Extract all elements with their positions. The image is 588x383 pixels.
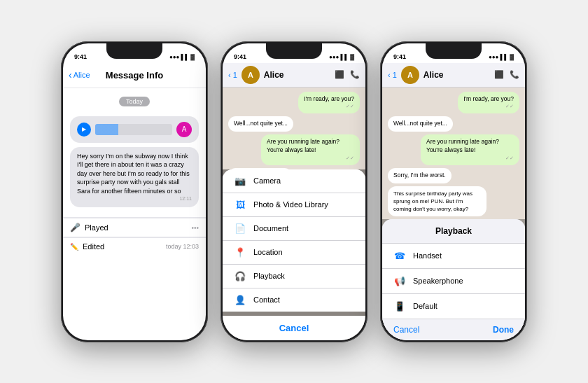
speakerphone-label: Speakerphone bbox=[413, 277, 463, 285]
chat-name-3: Alice bbox=[424, 70, 490, 80]
playback-icon: 🎧 bbox=[234, 271, 246, 281]
camera-icon: 📷 bbox=[234, 176, 246, 186]
document-icon: 📄 bbox=[234, 223, 246, 234]
location-icon: 📍 bbox=[234, 247, 246, 258]
contact-icon: 👤 bbox=[234, 295, 246, 305]
chat-messages-2: I'm ready, are you? ✓✓ Well...not quite … bbox=[223, 88, 365, 340]
msg-3-5: This surprise birthday party was sprung … bbox=[388, 186, 486, 217]
msg-text-3-2: Well...not quite yet... bbox=[393, 120, 447, 128]
action-contact-label: Contact bbox=[253, 295, 280, 304]
msg-time-3-3: ✓✓ bbox=[426, 155, 514, 162]
chat-avatar-3: A bbox=[401, 66, 419, 84]
phone-1: 9:41 ●●● ▌▌ ▓ ‹ Alice Message Info Today bbox=[61, 41, 208, 342]
edited-meta: ✏️ Edited today 12:03 bbox=[63, 237, 206, 255]
back-label-1[interactable]: Alice bbox=[74, 71, 90, 79]
speakerphone-icon: 📢 bbox=[393, 276, 406, 286]
message-text-1: Hey sorry I'm on the subway now I think … bbox=[77, 153, 190, 195]
action-camera[interactable]: 📷 Camera bbox=[223, 169, 365, 193]
today-label: Today bbox=[119, 97, 150, 106]
back-label-3: 1 bbox=[393, 71, 397, 79]
status-time-1: 9:41 bbox=[74, 53, 87, 60]
handset-icon: ☎ bbox=[393, 251, 406, 261]
msg-time-1: 12:11 bbox=[77, 195, 192, 202]
status-icons-1: ●●● ▌▌ ▓ bbox=[169, 54, 195, 60]
action-document[interactable]: 📄 Document bbox=[223, 217, 365, 241]
play-icon: ▶ bbox=[82, 126, 86, 132]
action-cancel-button[interactable]: Cancel bbox=[223, 316, 365, 340]
nav-bar-1: ‹ Alice Message Info bbox=[63, 63, 206, 88]
back-label-2: 1 bbox=[233, 71, 237, 79]
avatar-initial-2: A bbox=[248, 71, 253, 79]
back-button-1[interactable]: ‹ Alice bbox=[69, 69, 90, 81]
action-location-label: Location bbox=[253, 248, 283, 256]
action-contact[interactable]: 👤 Contact bbox=[223, 288, 365, 312]
msg-3-3: Are you running late again? You're alway… bbox=[421, 134, 519, 165]
played-label: Played bbox=[85, 223, 187, 232]
edited-label: Edited bbox=[83, 242, 162, 251]
playback-title: Playback bbox=[382, 219, 525, 244]
msg-time-3-1: ✓✓ bbox=[463, 103, 514, 110]
action-photo-library[interactable]: 🖼 Photo & Video Library bbox=[223, 193, 365, 217]
msg-3-4: Sorry, I'm the worst. bbox=[388, 168, 451, 183]
chat-area-1: Today ▶ A Hey sorry I'm on the subway no… bbox=[63, 88, 206, 218]
voice-message: ▶ A bbox=[70, 116, 199, 143]
call-icon-2[interactable]: 📞 bbox=[350, 70, 360, 79]
avatar-initial-3: A bbox=[407, 71, 413, 79]
mic-icon: 🎤 bbox=[70, 223, 80, 232]
playback-footer: Cancel Done bbox=[382, 319, 525, 340]
msg-2-2: Well...not quite yet... bbox=[228, 116, 293, 132]
status-time-3: 9:41 bbox=[393, 53, 406, 60]
call-icon-3[interactable]: 📞 bbox=[510, 70, 519, 79]
back-button-2[interactable]: ‹ 1 bbox=[228, 71, 237, 79]
action-sheet-inner: 📷 Camera 🖼 Photo & Video Library 📄 Docum… bbox=[223, 169, 365, 312]
msg-text-2-3: Are you running late again? You're alway… bbox=[267, 138, 354, 155]
msg-text-2-2: Well...not quite yet... bbox=[234, 120, 288, 128]
video-icon-3[interactable]: ⬛ bbox=[494, 70, 504, 79]
msg-text-3-1: I'm ready, are you? bbox=[463, 95, 514, 104]
action-camera-label: Camera bbox=[253, 176, 281, 185]
notch-2 bbox=[266, 43, 322, 59]
msg-time-2-1: ✓✓ bbox=[304, 103, 354, 110]
playback-inner: Playback ☎ Handset 📢 Speakerphone 📱 Defa… bbox=[382, 219, 525, 340]
chat-name-2: Alice bbox=[264, 70, 330, 80]
msg-3-2: Well...not quite yet... bbox=[388, 116, 453, 132]
photo-library-icon: 🖼 bbox=[234, 200, 246, 210]
chat-header-2: ‹ 1 A Alice ⬛ 📞 bbox=[223, 63, 365, 88]
chat-avatar-2: A bbox=[241, 66, 260, 84]
action-playback[interactable]: 🎧 Playback bbox=[223, 265, 365, 288]
status-icons-2: ●●● ▌▌ ▓ bbox=[329, 54, 354, 60]
back-button-3[interactable]: ‹ 1 bbox=[388, 71, 397, 79]
playback-speakerphone[interactable]: 📢 Speakerphone bbox=[382, 269, 525, 294]
status-icons-3: ●●● ▌▌ ▓ bbox=[489, 54, 514, 60]
playback-done-button[interactable]: Done bbox=[493, 325, 514, 335]
action-photo-label: Photo & Video Library bbox=[253, 200, 328, 209]
msg-text-3-4: Sorry, I'm the worst. bbox=[393, 172, 446, 180]
handset-label: Handset bbox=[413, 251, 442, 260]
default-label: Default bbox=[413, 302, 438, 310]
playback-cancel-button[interactable]: Cancel bbox=[393, 325, 419, 335]
played-meta: 🎤 Played ••• bbox=[63, 218, 206, 237]
action-document-label: Document bbox=[253, 224, 288, 232]
playback-default[interactable]: 📱 Default bbox=[382, 294, 525, 319]
msg-2-1: I'm ready, are you? ✓✓ bbox=[298, 92, 360, 114]
nav-title-1: Message Info bbox=[106, 70, 163, 81]
phone-2: 9:41 ●●● ▌▌ ▓ ‹ 1 A Alice ⬛ 📞 I'm r bbox=[220, 41, 368, 342]
msg-2-3: Are you running late again? You're alway… bbox=[261, 134, 360, 165]
msg-text-2-1: I'm ready, are you? bbox=[304, 95, 354, 104]
msg-time-2-3: ✓✓ bbox=[267, 155, 354, 162]
msg-text-3-5: This surprise birthday party was sprung … bbox=[393, 190, 481, 214]
play-button[interactable]: ▶ bbox=[77, 123, 91, 137]
playback-sheet: Playback ☎ Handset 📢 Speakerphone 📱 Defa… bbox=[382, 219, 525, 340]
chat-messages-3: I'm ready, are you? ✓✓ Well...not quite … bbox=[382, 88, 525, 340]
action-sheet: 📷 Camera 🖼 Photo & Video Library 📄 Docum… bbox=[223, 169, 365, 340]
notch-3 bbox=[426, 43, 482, 59]
video-icon-2[interactable]: ⬛ bbox=[335, 70, 344, 79]
chat-action-icons-3: ⬛ 📞 bbox=[494, 70, 519, 79]
action-playback-label: Playback bbox=[253, 272, 285, 280]
waveform bbox=[95, 124, 172, 135]
playback-handset[interactable]: ☎ Handset bbox=[382, 244, 525, 269]
action-location[interactable]: 📍 Location bbox=[223, 241, 365, 265]
chevron-left-icon-1: ‹ bbox=[69, 69, 72, 81]
chat-header-3: ‹ 1 A Alice ⬛ 📞 bbox=[382, 63, 525, 88]
scene: 9:41 ●●● ▌▌ ▓ ‹ Alice Message Info Today bbox=[47, 27, 541, 356]
